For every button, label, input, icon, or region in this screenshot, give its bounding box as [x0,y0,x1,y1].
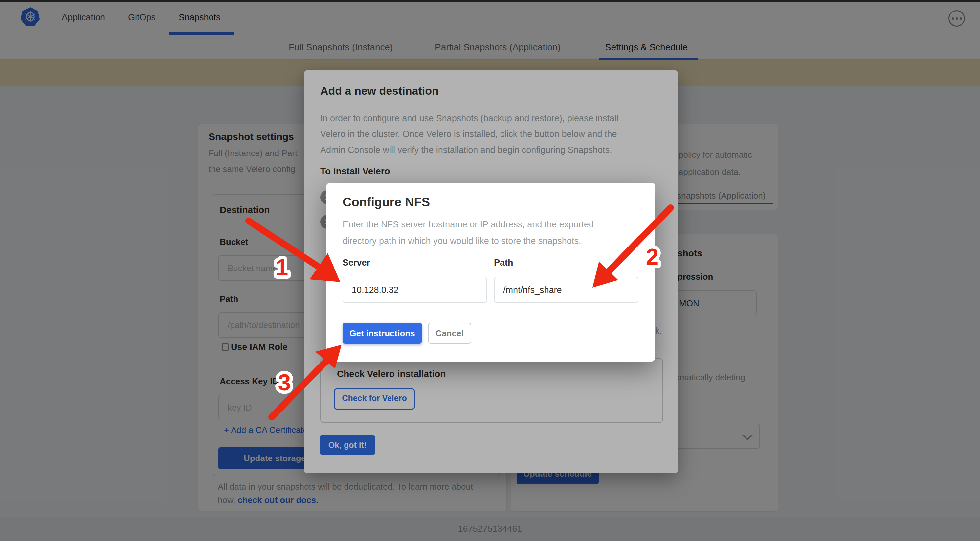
cancel-button[interactable]: Cancel [428,323,471,344]
screenshot-stage: Application GitOps Snapshots Full Snapsh… [0,0,980,541]
configure-nfs-modal: Configure NFS Enter the NFS server hostn… [326,183,655,362]
get-instructions-button[interactable]: Get instructions [342,323,422,344]
server-label: Server [342,258,370,268]
nfs-server-input[interactable] [342,277,487,303]
nfs-desc-line2: directory path in which you would like t… [342,236,581,246]
configure-nfs-title: Configure NFS [342,195,430,209]
nfs-path-input[interactable] [494,277,638,303]
nfs-path-label: Path [494,258,513,268]
nfs-desc-line1: Enter the NFS server hostname or IP addr… [342,220,594,230]
